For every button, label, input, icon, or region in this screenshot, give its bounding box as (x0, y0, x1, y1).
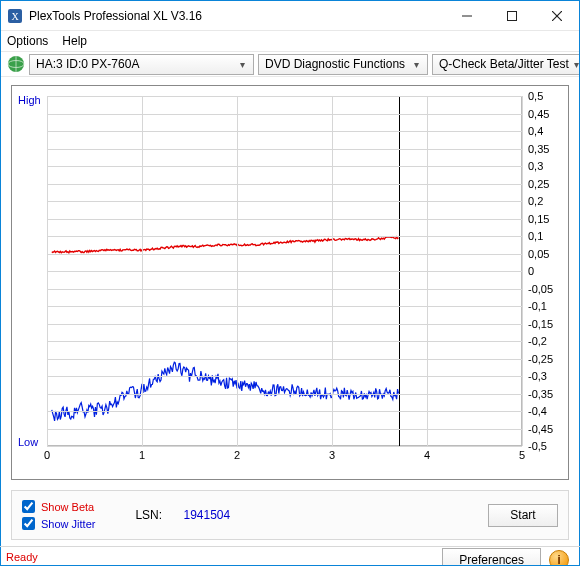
x-tick-label: 4 (424, 449, 430, 461)
menubar: Options Help (1, 31, 579, 51)
maximize-button[interactable] (489, 1, 534, 31)
minimize-button[interactable] (444, 1, 489, 31)
test-combo[interactable]: Q-Check Beta/Jitter Test ▾ (432, 54, 580, 75)
device-combo-text: HA:3 ID:0 PX-760A (36, 57, 234, 71)
function-combo[interactable]: DVD Diagnostic Functions ▾ (258, 54, 428, 75)
workarea: High Low 0,50,450,40,350,30,250,20,150,1… (1, 77, 579, 566)
y-tick-label: -0,5 (528, 440, 562, 452)
menu-help[interactable]: Help (62, 34, 87, 48)
y-tick-label: -0,35 (528, 388, 562, 400)
show-beta-label: Show Beta (41, 501, 94, 513)
svg-rect-3 (507, 11, 516, 20)
y-tick-label: 0,2 (528, 195, 562, 207)
lsn-label: LSN: (135, 508, 162, 522)
show-jitter-label: Show Jitter (41, 518, 95, 530)
show-jitter-input[interactable] (22, 517, 35, 530)
y-tick-label: -0,4 (528, 405, 562, 417)
window-title: PlexTools Professional XL V3.16 (29, 9, 202, 23)
chevron-down-icon: ▾ (408, 59, 424, 70)
titlebar: X PlexTools Professional XL V3.16 (1, 1, 579, 31)
y-tick-label: -0,2 (528, 335, 562, 347)
lsn-value: 1941504 (183, 508, 230, 522)
y-axis-low-label: Low (18, 436, 38, 448)
y-tick-label: 0,35 (528, 143, 562, 155)
close-button[interactable] (534, 1, 579, 31)
chart: High Low 0,50,450,40,350,30,250,20,150,1… (11, 85, 569, 480)
y-tick-label: 0,3 (528, 160, 562, 172)
start-button[interactable]: Start (488, 504, 558, 527)
x-tick-label: 0 (44, 449, 50, 461)
chevron-down-icon: ▾ (569, 59, 580, 70)
app-icon: X (7, 8, 23, 24)
lsn-readout: LSN: 1941504 (135, 508, 230, 522)
options-panel: Show Beta Show Jitter LSN: 1941504 Start (11, 490, 569, 540)
function-combo-text: DVD Diagnostic Functions (265, 57, 408, 71)
menu-options[interactable]: Options (7, 34, 48, 48)
y-tick-label: -0,1 (528, 300, 562, 312)
plot-area: 0,50,450,40,350,30,250,20,150,10,050-0,0… (47, 96, 522, 446)
statusbar: Ready (0, 546, 580, 566)
y-tick-label: -0,3 (528, 370, 562, 382)
x-tick-label: 2 (234, 449, 240, 461)
show-beta-input[interactable] (22, 500, 35, 513)
chevron-down-icon: ▾ (234, 59, 250, 70)
beta-series (52, 237, 399, 253)
y-tick-label: 0,5 (528, 90, 562, 102)
y-tick-label: 0,1 (528, 230, 562, 242)
y-tick-label: 0,25 (528, 178, 562, 190)
y-tick-label: 0,45 (528, 108, 562, 120)
show-beta-checkbox[interactable]: Show Beta (22, 500, 95, 513)
x-tick-label: 1 (139, 449, 145, 461)
y-tick-label: -0,15 (528, 318, 562, 330)
jitter-series (52, 362, 399, 421)
y-tick-label: -0,45 (528, 423, 562, 435)
globe-icon (7, 55, 25, 73)
x-tick-label: 5 (519, 449, 525, 461)
y-tick-label: -0,25 (528, 353, 562, 365)
y-axis-high-label: High (18, 94, 41, 106)
y-tick-label: -0,05 (528, 283, 562, 295)
y-tick-label: 0,15 (528, 213, 562, 225)
svg-text:X: X (11, 11, 19, 22)
y-tick-label: 0 (528, 265, 562, 277)
device-combo[interactable]: HA:3 ID:0 PX-760A ▾ (29, 54, 254, 75)
toolbar: HA:3 ID:0 PX-760A ▾ DVD Diagnostic Funct… (1, 51, 579, 77)
show-jitter-checkbox[interactable]: Show Jitter (22, 517, 95, 530)
test-combo-text: Q-Check Beta/Jitter Test (439, 57, 569, 71)
y-tick-label: 0,05 (528, 248, 562, 260)
x-tick-label: 3 (329, 449, 335, 461)
status-text: Ready (6, 551, 38, 563)
y-tick-label: 0,4 (528, 125, 562, 137)
